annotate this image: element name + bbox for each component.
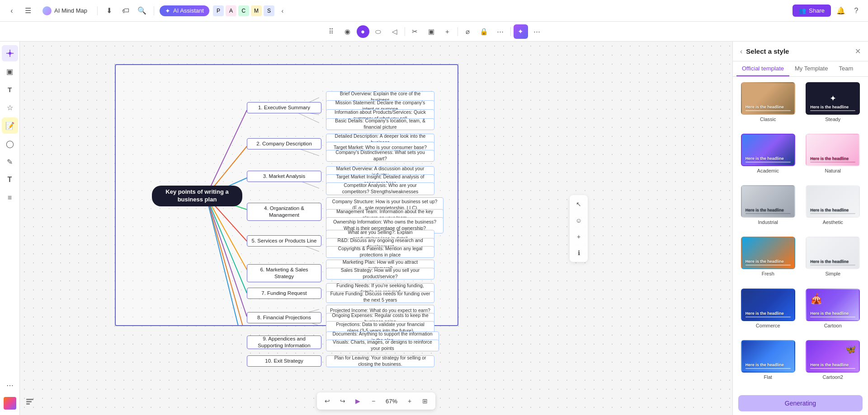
- style-fresh-thumb[interactable]: Here is the headline: [741, 237, 795, 269]
- frame-tool[interactable]: ▣: [424, 24, 439, 39]
- leaf-10-1[interactable]: Plan for Leaving: Your strategy for sell…: [326, 355, 434, 367]
- style-steady-thumb[interactable]: ✦ Here is the headline: [806, 82, 860, 115]
- emoji-tool[interactable]: ☺: [571, 213, 586, 228]
- back-button[interactable]: ‹: [5, 5, 18, 17]
- style-cartoon-thumb[interactable]: 🎪 Here is the headline: [806, 289, 860, 321]
- branch-4[interactable]: 4. Organization & Management: [247, 203, 321, 221]
- zoom-out-button[interactable]: −: [367, 394, 380, 408]
- style-cartoon2-item[interactable]: 🦋 Here is the headline Cartoon2: [803, 340, 863, 386]
- leaf-1-4[interactable]: Basic Details: Company's location, team,…: [326, 118, 434, 130]
- play-button[interactable]: ▶: [351, 394, 365, 408]
- sidebar-text2[interactable]: T: [2, 172, 18, 188]
- branch-10[interactable]: 10. Exit Strategy: [247, 355, 321, 367]
- cut-tool[interactable]: ✂: [408, 24, 422, 39]
- more-tool[interactable]: ⋯: [493, 24, 508, 39]
- panel-close-button[interactable]: ✕: [855, 47, 861, 56]
- circle-tool[interactable]: ●: [357, 25, 369, 38]
- style-flat-thumb[interactable]: Here is the headline: [741, 340, 795, 373]
- branch-5[interactable]: 5. Services or Products Line: [247, 235, 321, 247]
- help-button[interactable]: ?: [850, 5, 863, 17]
- share-button[interactable]: 👥 Share: [793, 5, 831, 17]
- branch-1[interactable]: 1. Executive Summary: [247, 102, 321, 113]
- branch-8[interactable]: 8. Financial Projections: [247, 312, 321, 323]
- canvas-area[interactable]: Key points of writing a business plan 1.…: [20, 42, 732, 415]
- style-flat-item[interactable]: Here is the headline Flat: [738, 340, 798, 386]
- download-button[interactable]: ⬇: [103, 5, 116, 17]
- tab-official[interactable]: Official template: [736, 61, 789, 76]
- style-commerce-thumb[interactable]: Here is the headline: [741, 289, 795, 321]
- bell-button[interactable]: 🔔: [835, 5, 847, 17]
- grid-tool[interactable]: ⠿: [324, 24, 339, 39]
- cursor-tool[interactable]: ↖: [571, 197, 586, 211]
- sidebar-note[interactable]: 📝: [2, 117, 18, 134]
- style-natural-thumb[interactable]: Here is the headline: [806, 134, 860, 166]
- branch-6[interactable]: 6. Marketing & Sales Strategy: [247, 264, 321, 282]
- tab-team[interactable]: Team: [833, 61, 859, 76]
- generating-button[interactable]: Generating: [738, 395, 863, 411]
- sidebar-star[interactable]: ☆: [2, 99, 18, 116]
- sidebar-text[interactable]: T: [2, 81, 18, 98]
- style-commerce-item[interactable]: Here is the headline Commerce: [738, 289, 798, 335]
- panel-back-button[interactable]: ‹: [740, 47, 742, 56]
- info-tool[interactable]: ℹ: [571, 246, 586, 260]
- arrow-tool[interactable]: ◁: [387, 24, 402, 39]
- ai-tool[interactable]: ✦: [514, 24, 528, 39]
- add-tool[interactable]: +: [440, 24, 455, 39]
- style-fresh-item[interactable]: Here is the headline Fresh: [738, 237, 798, 283]
- connect-tool[interactable]: ⌀: [461, 24, 475, 39]
- add-tool[interactable]: +: [571, 229, 586, 244]
- root-node[interactable]: Key points of writing a business plan: [152, 186, 242, 206]
- style-cartoon-item[interactable]: 🎪 Here is the headline Cartoon: [803, 289, 863, 335]
- leaf-3-3[interactable]: Competitor Analysis: Who are your compet…: [326, 182, 434, 195]
- style-academic-item[interactable]: Here is the headline Academic: [738, 134, 798, 180]
- style-academic-thumb[interactable]: Here is the headline: [741, 134, 795, 166]
- menu-button[interactable]: ☰: [22, 5, 34, 17]
- leaf-9-2[interactable]: Visuals: Charts, images, or designs to r…: [326, 340, 439, 351]
- branch-7[interactable]: 7. Funding Request: [247, 288, 321, 299]
- tab-icon-4[interactable]: M: [251, 5, 262, 16]
- tab-icon-5[interactable]: S: [264, 5, 274, 16]
- style-aesthetic-item[interactable]: Here is the headline Aesthetic: [803, 185, 863, 231]
- collapse-tabs[interactable]: ‹: [276, 5, 289, 17]
- style-cartoon2-thumb[interactable]: 🦋 Here is the headline: [806, 340, 860, 373]
- select-tool[interactable]: ◉: [340, 24, 355, 39]
- fit-button[interactable]: ⊞: [418, 394, 432, 408]
- tab-icon-1[interactable]: P: [213, 5, 224, 16]
- branch-2[interactable]: 2. Company Description: [247, 138, 321, 149]
- timeline-button[interactable]: [22, 393, 38, 410]
- leaf-5-3[interactable]: Copyrights & Patents: Mention any legal …: [326, 246, 434, 258]
- tab-icon-3[interactable]: C: [238, 5, 249, 16]
- ai-assistant-button[interactable]: ✦ AI Assistant: [160, 5, 209, 16]
- search-button[interactable]: 🔍: [136, 5, 148, 17]
- tab-icon-2[interactable]: A: [226, 5, 236, 16]
- sidebar-mindmap[interactable]: [2, 45, 18, 61]
- tab-my-template[interactable]: My Template: [789, 61, 833, 76]
- leaf-2-3[interactable]: Company's Distinctiveness: What sets you…: [326, 150, 434, 162]
- ai-mindmap-button[interactable]: AI Mind Map: [38, 5, 92, 17]
- branch-3[interactable]: 3. Market Analysis: [247, 171, 321, 182]
- zoom-display[interactable]: 67%: [382, 397, 401, 406]
- leaf-7-2[interactable]: Future Funding: Discuss needs for fundin…: [326, 291, 434, 303]
- redo-button[interactable]: ↪: [336, 394, 349, 408]
- undo-button[interactable]: ↩: [321, 394, 334, 408]
- leaf-6-2[interactable]: Sales Strategy: How will you sell your p…: [326, 268, 434, 280]
- lock-tool[interactable]: 🔒: [477, 24, 491, 39]
- zoom-in-button[interactable]: +: [403, 394, 416, 408]
- sidebar-layout[interactable]: ▣: [2, 63, 18, 79]
- style-steady-item[interactable]: ✦ Here is the headline Steady: [803, 82, 863, 128]
- style-aesthetic-thumb[interactable]: Here is the headline: [806, 185, 860, 218]
- style-simple-item[interactable]: Here is the headline Simple: [803, 237, 863, 283]
- sidebar-list[interactable]: ≡: [2, 190, 18, 206]
- style-classic-item[interactable]: Here is the headline Classic: [738, 82, 798, 128]
- sidebar-color[interactable]: [2, 395, 18, 411]
- style-natural-item[interactable]: Here is the headline Natural: [803, 134, 863, 180]
- branch-9[interactable]: 9. Appendices and Supporting Information: [247, 336, 321, 349]
- shape-tool[interactable]: ⬭: [371, 24, 386, 39]
- extra-tool[interactable]: ⋯: [530, 24, 544, 39]
- style-simple-thumb[interactable]: Here is the headline: [806, 237, 860, 269]
- style-industrial-thumb[interactable]: Here is the headline: [741, 185, 795, 218]
- style-industrial-item[interactable]: Here is the headline Industrial: [738, 185, 798, 231]
- tag-button[interactable]: 🏷: [119, 5, 132, 17]
- sidebar-dots[interactable]: ⋯: [2, 377, 18, 393]
- style-classic-thumb[interactable]: Here is the headline: [741, 82, 795, 115]
